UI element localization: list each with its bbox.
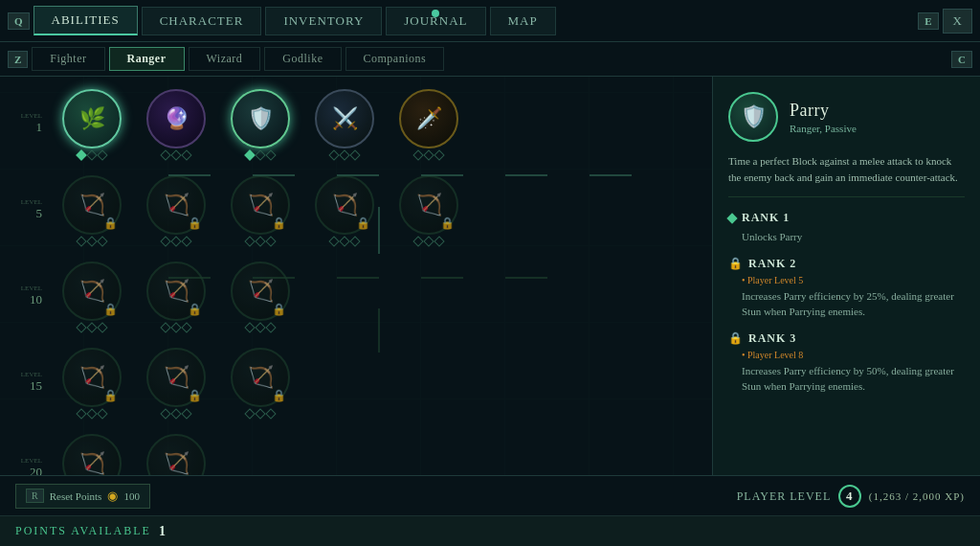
rank-3-header: 🔒 RANK 3 <box>728 331 965 346</box>
player-level-value: 4 <box>838 485 861 508</box>
skill-1-2[interactable]: 🔮 <box>146 89 206 148</box>
key-c: C <box>951 51 972 68</box>
level-label-15: LEVEL 15 <box>8 371 50 394</box>
skill-col-1-3: 🛡️ <box>218 89 302 159</box>
skill-col-1-2: 🔮 <box>134 89 218 159</box>
key-z: Z <box>8 51 28 68</box>
skill-2-2[interactable]: 🏹 🔒 <box>146 175 206 235</box>
journal-dot <box>432 10 439 17</box>
ability-name: Parry <box>790 101 857 121</box>
tab-inventory[interactable]: INVENTORY <box>265 7 382 35</box>
skill-col-5-1: 🏹 🔒 <box>50 434 134 476</box>
gold-icon: ◉ <box>107 489 118 504</box>
skill-3-1[interactable]: 🏹 🔒 <box>62 262 122 321</box>
sub-tab-fighter[interactable]: Fighter <box>32 47 104 71</box>
tab-abilities[interactable]: ABILITIES <box>33 6 138 35</box>
skill-1-4[interactable]: ⚔️ <box>315 89 374 148</box>
skill-row-level1: LEVEL 1 🌿 🔮 <box>8 84 712 163</box>
skill-5-1[interactable]: 🏹 🔒 <box>62 434 122 476</box>
skill-2-1[interactable]: 🏹 🔒 <box>62 175 122 235</box>
top-nav: Q ABILITIES CHARACTER INVENTORY JOURNAL … <box>0 0 980 42</box>
key-q: Q <box>8 12 30 30</box>
sub-tab-ranger[interactable]: Ranger <box>109 47 185 71</box>
skill-col-2-1: 🏹 🔒 <box>50 175 134 245</box>
reset-button[interactable]: R Reset Points ◉ 100 <box>15 484 150 509</box>
skill-1-5-pips <box>414 151 443 159</box>
sub-tab-wizard[interactable]: Wizard <box>189 47 261 71</box>
rank-1-unlock: Unlocks Parry <box>742 229 965 245</box>
main-area: LEVEL 1 🌿 🔮 <box>0 77 980 475</box>
sub-tab-godlike[interactable]: Godlike <box>264 47 341 71</box>
skill-4-1[interactable]: 🏹 🔒 <box>62 348 122 407</box>
skill-1-3-pips <box>246 151 275 159</box>
skill-row-level5: LEVEL 5 🏹 🔒 🏹 🔒 <box>8 171 712 249</box>
rank-3-section: 🔒 RANK 3 • Player Level 8 Increases Parr… <box>728 331 965 395</box>
key-e: E <box>918 12 938 30</box>
level-label-1: LEVEL 1 <box>8 112 50 135</box>
skill-col-3-3: 🏹 🔒 <box>218 262 302 331</box>
level-label-5: LEVEL 5 <box>8 198 50 221</box>
skill-1-4-pips <box>330 151 359 159</box>
skill-4-2[interactable]: 🏹 🔒 <box>146 348 206 407</box>
skill-2-4[interactable]: 🏹 🔒 <box>315 175 374 235</box>
skill-col-4-1: 🏹 🔒 <box>50 348 134 418</box>
ability-subtitle: Ranger, Passive <box>790 123 857 134</box>
skill-1-3-parry[interactable]: 🛡️ <box>231 89 290 148</box>
skill-col-3-1: 🏹 🔒 <box>50 262 134 331</box>
reset-key: R <box>26 489 44 503</box>
skill-3-2[interactable]: 🏹 🔒 <box>146 262 206 321</box>
rank-2-lock-icon: 🔒 <box>728 257 743 271</box>
reset-label: Reset Points <box>50 490 102 502</box>
skill-4-3[interactable]: 🏹 🔒 <box>231 348 290 407</box>
skill-col-2-5: 🏹 🔒 <box>387 175 471 245</box>
skill-row-level20: LEVEL 20 🏹 🔒 🏹 🔒 <box>8 429 712 475</box>
skill-col-1-5: 🗡️ <box>387 89 471 159</box>
xp-info: (1,263 / 2,000 XP) <box>869 490 965 502</box>
gold-amount: 100 <box>123 490 140 502</box>
skill-5-2[interactable]: 🏹 🔒 <box>146 434 206 476</box>
tab-journal[interactable]: JOURNAL <box>386 7 485 35</box>
rank-1-diamond <box>726 213 737 223</box>
tab-map[interactable]: MAP <box>490 7 556 35</box>
sub-nav: Z Fighter Ranger Wizard Godlike Companio… <box>0 42 980 77</box>
rank-1-header: RANK 1 <box>728 211 965 225</box>
skill-col-2-3: 🏹 🔒 <box>218 175 302 245</box>
points-label: POINTS AVAILABLE <box>15 524 151 538</box>
skill-col-1-4: ⚔️ <box>302 89 387 159</box>
skill-row-level10: LEVEL 10 🏹 🔒 🏹 🔒 <box>8 257 712 335</box>
ability-title-group: Parry Ranger, Passive <box>790 101 857 134</box>
rank-2-label: RANK 2 <box>748 257 796 271</box>
skill-1-5[interactable]: 🗡️ <box>399 89 458 148</box>
skill-1-1[interactable]: 🌿 <box>62 89 122 148</box>
skill-col-3-2: 🏹 🔒 <box>134 262 218 331</box>
skill-col-5-2: 🏹 🔒 <box>134 434 218 476</box>
skill-col-4-3: 🏹 🔒 <box>218 348 302 418</box>
skill-2-3[interactable]: 🏹 🔒 <box>231 175 290 235</box>
level-label-20: LEVEL 20 <box>8 457 50 475</box>
skill-col-1-1: 🌿 <box>50 89 134 159</box>
rank-1-section: RANK 1 Unlocks Parry <box>728 211 965 245</box>
rank-2-req: • Player Level 5 <box>742 275 965 285</box>
rank-3-req: • Player Level 8 <box>742 350 965 360</box>
close-button[interactable]: X <box>943 9 972 34</box>
skill-grid: LEVEL 1 🌿 🔮 <box>0 77 712 475</box>
rank-2-section: 🔒 RANK 2 • Player Level 5 Increases Parr… <box>728 257 965 320</box>
rank-1-label: RANK 1 <box>742 211 790 225</box>
ability-header: 🛡️ Parry Ranger, Passive <box>728 92 965 142</box>
right-panel: 🛡️ Parry Ranger, Passive Time a perfect … <box>712 77 980 475</box>
skill-2-5[interactable]: 🏹 🔒 <box>399 175 458 235</box>
rank-3-lock-icon: 🔒 <box>728 331 743 346</box>
skill-col-4-2: 🏹 🔒 <box>134 348 218 418</box>
player-level-info: PLAYER LEVEL 4 (1,263 / 2,000 XP) <box>737 485 965 508</box>
skill-1-1-pips <box>78 151 106 159</box>
tab-character[interactable]: CHARACTER <box>142 7 262 35</box>
rank-2-desc: Increases Parry efficiency by 25%, deali… <box>742 288 965 320</box>
rank-2-header: 🔒 RANK 2 <box>728 257 965 271</box>
points-value: 1 <box>159 524 166 539</box>
skill-3-3[interactable]: 🏹 🔒 <box>231 262 290 321</box>
rank-3-desc: Increases Parry efficiency by 50%, deali… <box>742 363 965 395</box>
points-available-bar: POINTS AVAILABLE 1 <box>0 515 980 546</box>
sub-tab-companions[interactable]: Companions <box>345 47 445 71</box>
rank-3-label: RANK 3 <box>748 331 796 346</box>
skill-row-level15: LEVEL 15 🏹 🔒 🏹 🔒 <box>8 343 712 421</box>
